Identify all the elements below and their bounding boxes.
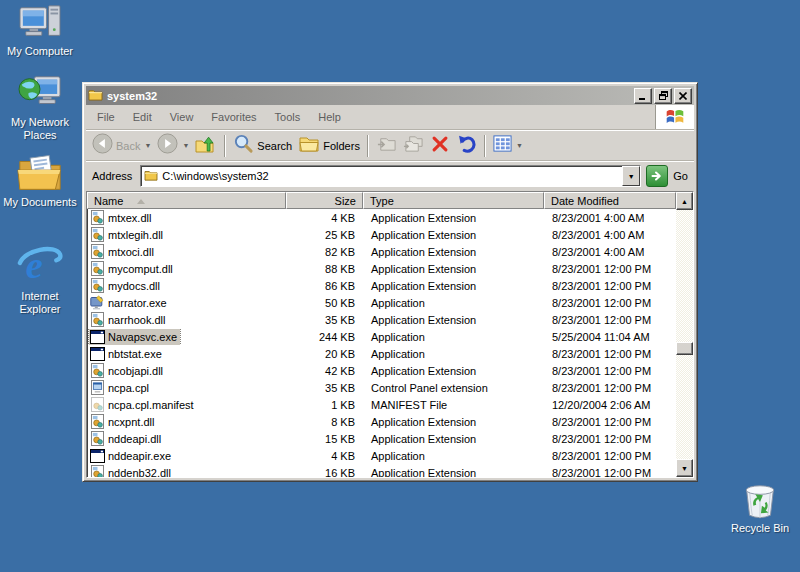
file-type: Application Extension	[363, 246, 544, 258]
file-row[interactable]: mycomput.dll 88 KB Application Extension…	[87, 260, 676, 277]
menu-favorites[interactable]: Favorites	[202, 111, 265, 123]
desktop-icon-my-computer[interactable]: My Computer	[2, 3, 78, 58]
search-button[interactable]: Search	[230, 131, 295, 160]
desktop-icon-label: My Network Places	[2, 116, 78, 142]
dll-icon	[89, 465, 105, 478]
go-button[interactable]	[646, 165, 668, 187]
forward-button[interactable]: ▼	[154, 131, 192, 160]
desktop-icon-label: My Computer	[2, 45, 78, 58]
folders-button[interactable]: Folders	[295, 131, 363, 161]
file-row[interactable]: nddeapi.dll 15 KB Application Extension …	[87, 430, 676, 447]
sort-ascending-icon	[137, 199, 145, 204]
dll-icon	[89, 261, 105, 277]
copy-to-button[interactable]	[400, 131, 427, 160]
desktop-icon-recycle-bin[interactable]: Recycle Bin	[722, 482, 798, 535]
file-row[interactable]: ncobjapi.dll 42 KB Application Extension…	[87, 362, 676, 379]
close-icon[interactable]	[674, 88, 692, 104]
desktop-icon-my-network-places[interactable]: My Network Places	[2, 72, 78, 142]
file-name: mydocs.dll	[108, 280, 160, 292]
views-button[interactable]: ▼	[490, 132, 526, 159]
column-header-size[interactable]: Size	[286, 192, 363, 209]
vertical-scrollbar[interactable]: ▲ ▼	[676, 192, 693, 477]
file-row[interactable]: narrator.exe 50 KB Application 8/23/2001…	[87, 294, 676, 311]
restore-icon[interactable]	[654, 88, 672, 104]
window-title: system32	[107, 90, 632, 102]
file-date-modified: 8/23/2001 4:00 AM	[544, 212, 676, 224]
column-header-name[interactable]: Name	[87, 192, 286, 209]
file-type: Application Extension	[363, 314, 544, 326]
internet-explorer-icon: e	[2, 242, 78, 288]
dll-icon	[89, 431, 105, 447]
forward-dropdown-icon[interactable]: ▼	[182, 142, 189, 149]
address-input[interactable]: C:\windows\system32 ▼	[140, 165, 641, 187]
file-name: nddeapir.exe	[108, 450, 171, 462]
file-row[interactable]: nddenb32.dll 16 KB Application Extension…	[87, 464, 676, 477]
scroll-up-icon[interactable]: ▲	[676, 192, 693, 210]
file-type: MANIFEST File	[363, 399, 544, 411]
menu-edit[interactable]: Edit	[124, 111, 161, 123]
file-size: 244 KB	[286, 331, 363, 343]
file-row[interactable]: mydocs.dll 86 KB Application Extension 8…	[87, 277, 676, 294]
file-name: mycomput.dll	[108, 263, 173, 275]
file-date-modified: 8/23/2001 12:00 PM	[544, 382, 676, 394]
move-to-button[interactable]	[373, 131, 400, 160]
desktop-icon-my-documents[interactable]: My Documents	[2, 152, 78, 209]
desktop-icon-internet-explorer[interactable]: e Internet Explorer	[2, 242, 78, 316]
file-date-modified: 8/23/2001 12:00 PM	[544, 263, 676, 275]
file-row[interactable]: nbtstat.exe 20 KB Application 8/23/2001 …	[87, 345, 676, 362]
file-row[interactable]: Navapsvc.exe 244 KB Application 5/25/200…	[87, 328, 676, 345]
file-type: Application Extension	[363, 467, 544, 478]
file-date-modified: 12/20/2004 2:06 AM	[544, 399, 676, 411]
file-row[interactable]: narrhook.dll 35 KB Application Extension…	[87, 311, 676, 328]
toolbar-separator	[484, 135, 486, 157]
undo-button[interactable]	[453, 131, 480, 160]
undo-icon	[456, 133, 477, 158]
toolbar-separator	[367, 135, 369, 157]
minimize-icon[interactable]	[634, 88, 652, 104]
file-row[interactable]: mtxoci.dll 82 KB Application Extension 8…	[87, 243, 676, 260]
file-row[interactable]: nddeapir.exe 4 KB Application 8/23/2001 …	[87, 447, 676, 464]
file-row[interactable]: ncpa.cpl 35 KB Control Panel extension 8…	[87, 379, 676, 396]
file-name: ncxpnt.dll	[108, 416, 154, 428]
address-dropdown-icon[interactable]: ▼	[622, 166, 640, 186]
file-row[interactable]: ncxpnt.dll 8 KB Application Extension 8/…	[87, 413, 676, 430]
back-button[interactable]: Back ▼	[89, 131, 154, 160]
file-type: Application	[363, 348, 544, 360]
dll-icon	[89, 278, 105, 294]
column-header-date-modified[interactable]: Date Modified	[544, 192, 676, 209]
file-row[interactable]: mtxlegih.dll 25 KB Application Extension…	[87, 226, 676, 243]
move-to-icon	[376, 133, 397, 158]
file-type: Application Extension	[363, 365, 544, 377]
folder-icon	[144, 167, 158, 185]
scrollbar-track[interactable]	[676, 210, 693, 459]
folder-icon	[88, 87, 103, 105]
scrollbar-thumb[interactable]	[676, 342, 693, 355]
up-button[interactable]	[192, 131, 220, 161]
title-bar[interactable]: system32	[86, 86, 694, 105]
file-row[interactable]: mtxex.dll 4 KB Application Extension 8/2…	[87, 209, 676, 226]
file-type: Application Extension	[363, 280, 544, 292]
app-icon	[89, 346, 105, 362]
menu-view[interactable]: View	[161, 111, 203, 123]
back-dropdown-icon[interactable]: ▼	[144, 142, 151, 149]
file-size: 8 KB	[286, 416, 363, 428]
column-header-type[interactable]: Type	[363, 192, 544, 209]
menu-tools[interactable]: Tools	[266, 111, 310, 123]
menu-help[interactable]: Help	[309, 111, 350, 123]
file-size: 4 KB	[286, 450, 363, 462]
search-label: Search	[257, 140, 292, 152]
forward-icon	[157, 133, 178, 158]
back-label: Back	[116, 140, 140, 152]
folders-icon	[298, 133, 320, 159]
delete-button[interactable]	[427, 132, 453, 160]
file-date-modified: 8/23/2001 12:00 PM	[544, 348, 676, 360]
my-network-places-icon	[2, 72, 78, 114]
menu-file[interactable]: File	[88, 111, 124, 123]
manifest-icon	[89, 397, 105, 413]
up-folder-icon	[195, 133, 217, 159]
file-row[interactable]: ncpa.cpl.manifest 1 KB MANIFEST File 12/…	[87, 396, 676, 413]
toolbar: Back ▼ ▼	[86, 130, 694, 161]
views-dropdown-icon[interactable]: ▼	[516, 142, 523, 149]
scroll-down-icon[interactable]: ▼	[676, 459, 693, 477]
file-date-modified: 8/23/2001 12:00 PM	[544, 433, 676, 445]
